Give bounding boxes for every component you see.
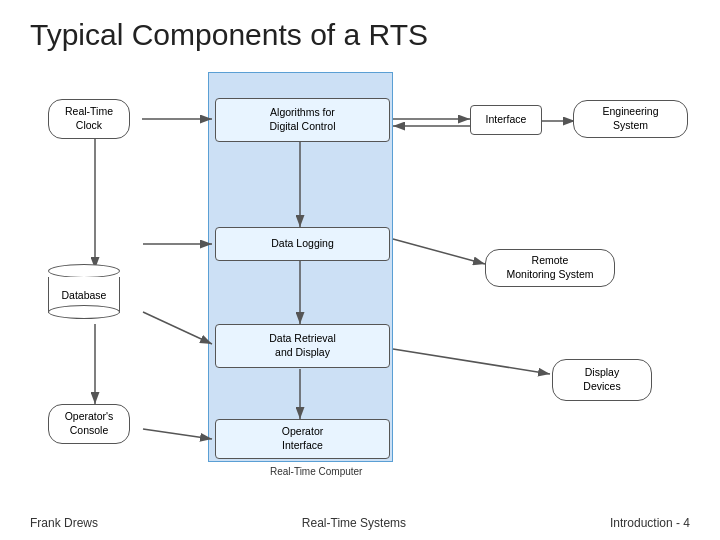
- real-time-clock-box: Real-Time Clock: [48, 99, 130, 139]
- remote-monitoring-box: Remote Monitoring System: [485, 249, 615, 287]
- operator-interface-box: Operator Interface: [215, 419, 390, 459]
- footer-center: Real-Time Systems: [302, 516, 406, 530]
- interface-box: Interface: [470, 105, 542, 135]
- svg-line-13: [143, 429, 212, 439]
- data-logging-box: Data Logging: [215, 227, 390, 261]
- data-retrieval-box: Data Retrieval and Display: [215, 324, 390, 368]
- display-devices-box: Display Devices: [552, 359, 652, 401]
- svg-line-7: [393, 239, 485, 264]
- page: Typical Components of a RTS: [0, 0, 720, 540]
- page-title: Typical Components of a RTS: [30, 18, 690, 52]
- algorithms-box: Algorithms for Digital Control: [215, 98, 390, 142]
- svg-line-8: [143, 312, 212, 344]
- footer-right: Introduction - 4: [610, 516, 690, 530]
- diagram-area: Real-Time Clock Algorithms for Digital C…: [30, 64, 690, 512]
- footer: Frank Drews Real-Time Systems Introducti…: [30, 512, 690, 530]
- real-time-computer-label: Real-Time Computer: [270, 466, 362, 477]
- footer-left: Frank Drews: [30, 516, 98, 530]
- svg-line-12: [393, 349, 550, 374]
- operators-console-box: Operator's Console: [48, 404, 130, 444]
- engineering-system-box: Engineering System: [573, 100, 688, 138]
- database-cylinder: Database: [48, 264, 120, 313]
